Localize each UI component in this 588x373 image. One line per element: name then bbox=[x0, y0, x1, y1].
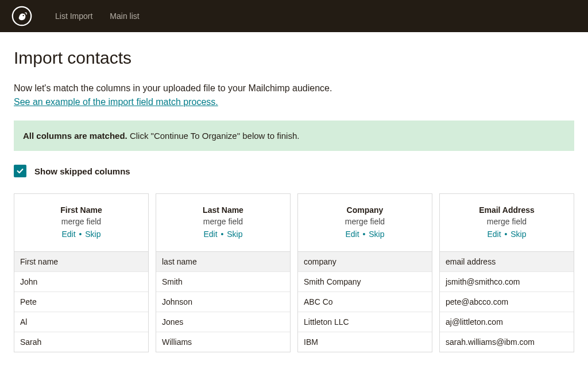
table-row: Smith Company bbox=[298, 272, 432, 292]
skip-link[interactable]: Skip bbox=[369, 230, 384, 239]
dot-separator: • bbox=[77, 230, 84, 239]
show-skipped-row: Show skipped columns bbox=[14, 165, 574, 177]
column-data: First name John Pete Al Sarah bbox=[14, 252, 148, 352]
table-row: pete@abcco.com bbox=[440, 292, 574, 312]
column-subtitle: merge field bbox=[304, 217, 426, 226]
edit-link[interactable]: Edit bbox=[487, 230, 501, 239]
table-row: ABC Co bbox=[298, 292, 432, 312]
dot-separator: • bbox=[219, 230, 226, 239]
table-row: Pete bbox=[14, 292, 148, 312]
column-card-company: Company merge field Edit • Skip company … bbox=[297, 193, 432, 352]
table-row: Williams bbox=[156, 332, 290, 352]
column-data: company Smith Company ABC Co Littleton L… bbox=[298, 252, 432, 352]
banner-bold-text: All columns are matched. bbox=[23, 131, 127, 141]
column-header: Email Address merge field Edit • Skip bbox=[440, 194, 574, 252]
example-link[interactable]: See an example of the import field match… bbox=[14, 95, 218, 109]
column-title: Company bbox=[304, 205, 426, 215]
table-row: Littleton LLC bbox=[298, 312, 432, 332]
column-title: Email Address bbox=[446, 205, 568, 215]
skip-link[interactable]: Skip bbox=[85, 230, 100, 239]
success-banner: All columns are matched. Click "Continue… bbox=[14, 121, 574, 151]
column-actions: Edit • Skip bbox=[162, 230, 284, 239]
skip-link[interactable]: Skip bbox=[510, 230, 526, 239]
table-row: Jones bbox=[156, 312, 290, 332]
column-actions: Edit • Skip bbox=[20, 230, 142, 239]
column-source-header: email address bbox=[440, 252, 574, 272]
columns-container: First Name merge field Edit • Skip First… bbox=[14, 193, 574, 352]
dot-separator: • bbox=[361, 230, 368, 239]
page-subtitle: Now let's match the columns in your uplo… bbox=[14, 81, 574, 95]
table-row: jsmith@smithco.com bbox=[440, 272, 574, 292]
edit-link[interactable]: Edit bbox=[203, 230, 217, 239]
column-actions: Edit • Skip bbox=[446, 230, 568, 239]
column-title: First Name bbox=[20, 205, 142, 215]
check-icon bbox=[16, 167, 24, 175]
main-content: Import contacts Now let's match the colu… bbox=[0, 32, 588, 364]
nav-list-import[interactable]: List Import bbox=[55, 11, 92, 21]
column-card-first-name: First Name merge field Edit • Skip First… bbox=[14, 193, 149, 352]
column-title: Last Name bbox=[162, 205, 284, 215]
page-title: Import contacts bbox=[14, 48, 574, 68]
show-skipped-checkbox[interactable] bbox=[14, 165, 26, 177]
skip-link[interactable]: Skip bbox=[227, 230, 242, 239]
table-row: IBM bbox=[298, 332, 432, 352]
column-data: email address jsmith@smithco.com pete@ab… bbox=[440, 252, 574, 352]
table-row: aj@littleton.com bbox=[440, 312, 574, 332]
column-header: Company merge field Edit • Skip bbox=[298, 194, 432, 252]
column-source-header: First name bbox=[14, 252, 148, 272]
edit-link[interactable]: Edit bbox=[61, 230, 75, 239]
column-header: First Name merge field Edit • Skip bbox=[14, 194, 148, 252]
column-subtitle: merge field bbox=[20, 217, 142, 226]
top-nav-bar: List Import Main list bbox=[0, 0, 588, 32]
mailchimp-logo-icon[interactable] bbox=[11, 6, 32, 26]
table-row: Sarah bbox=[14, 332, 148, 352]
table-row: Al bbox=[14, 312, 148, 332]
dot-separator: • bbox=[502, 230, 510, 239]
column-actions: Edit • Skip bbox=[304, 230, 426, 239]
column-subtitle: merge field bbox=[162, 217, 284, 226]
column-card-email-address: Email Address merge field Edit • Skip em… bbox=[439, 193, 574, 352]
column-source-header: company bbox=[298, 252, 432, 272]
column-data: last name Smith Johnson Jones Williams bbox=[156, 252, 290, 352]
column-card-last-name: Last Name merge field Edit • Skip last n… bbox=[156, 193, 291, 352]
column-source-header: last name bbox=[156, 252, 290, 272]
show-skipped-label: Show skipped columns bbox=[34, 166, 130, 176]
column-subtitle: merge field bbox=[446, 217, 568, 226]
table-row: Johnson bbox=[156, 292, 290, 312]
banner-rest-text: Click "Continue To Organize" below to fi… bbox=[127, 131, 300, 141]
edit-link[interactable]: Edit bbox=[345, 230, 359, 239]
table-row: sarah.williams@ibm.com bbox=[440, 332, 574, 352]
column-header: Last Name merge field Edit • Skip bbox=[156, 194, 290, 252]
nav-main-list[interactable]: Main list bbox=[110, 11, 139, 21]
table-row: Smith bbox=[156, 272, 290, 292]
table-row: John bbox=[14, 272, 148, 292]
svg-point-1 bbox=[23, 15, 24, 16]
